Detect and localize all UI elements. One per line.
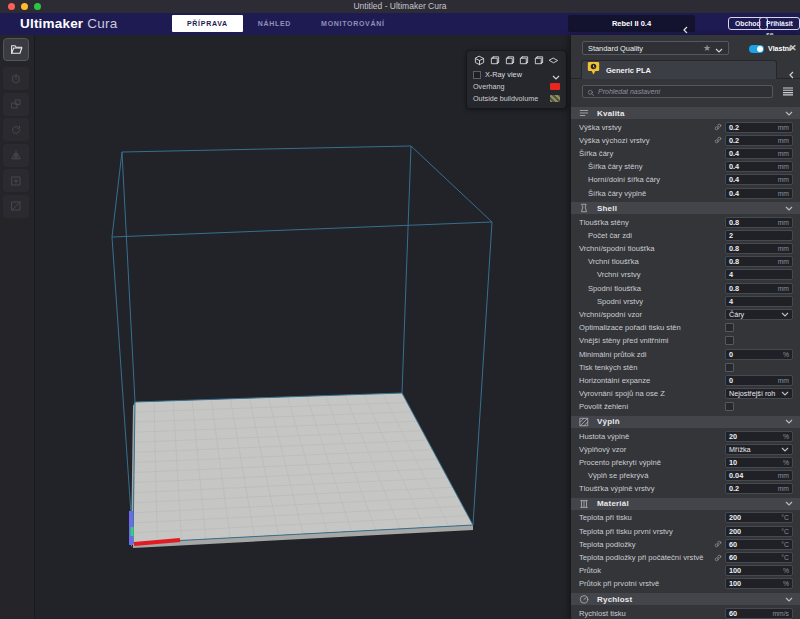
setting-input[interactable]: 0.8mm <box>725 283 793 294</box>
setting-input[interactable]: 200°C <box>725 512 793 523</box>
section-header-materi-l[interactable]: Materiál <box>571 498 800 510</box>
setting-input[interactable]: 20% <box>725 431 793 442</box>
setting-input[interactable]: 2 <box>725 230 793 241</box>
setting-value: 60 <box>729 540 781 549</box>
chevron-down-icon <box>781 391 789 396</box>
setting-input[interactable]: 0.04mm <box>725 470 793 481</box>
section-title: Materiál <box>597 499 785 508</box>
top-view-icon[interactable] <box>504 55 515 66</box>
rotate-button[interactable] <box>3 118 29 141</box>
setting-input[interactable]: 0.8mm <box>725 256 793 267</box>
setting-checkbox[interactable] <box>725 363 734 372</box>
move-button[interactable] <box>3 67 29 90</box>
setting-row: Teplota podložky60°C <box>571 538 800 551</box>
section-header-kvalita[interactable]: Kvalita <box>571 107 800 119</box>
setting-input[interactable]: 0% <box>725 349 793 360</box>
tab-monitorov-n[interactable]: MONITOROVÁNÍ <box>306 15 400 32</box>
setting-input[interactable]: 0.4mm <box>725 188 793 199</box>
left-view-icon[interactable] <box>518 55 529 66</box>
close-panel-icon[interactable]: ✕ <box>789 42 797 55</box>
setting-input[interactable]: 0.2mm <box>725 122 793 133</box>
setting-value: 0.8 <box>729 257 778 266</box>
setting-checkbox[interactable] <box>725 402 734 411</box>
viewport-3d[interactable] <box>35 35 570 619</box>
chevron-left-icon[interactable] <box>789 65 794 83</box>
setting-input[interactable]: 4 <box>725 296 793 307</box>
setting-input[interactable]: 60°C <box>725 552 793 563</box>
view-options-panel: X-Ray view OverhangOutside buildvolume <box>466 50 567 109</box>
setting-unit: mm <box>778 219 789 226</box>
right-view-icon[interactable] <box>533 55 544 66</box>
cura-window: { "window": { "title": "Untitled - Ultim… <box>0 0 800 619</box>
search-input[interactable] <box>598 88 768 95</box>
custom-mode-label: Vlastní <box>768 43 791 54</box>
sign-in-button[interactable]: Přihlásit se <box>759 17 800 30</box>
tab-p-prava[interactable]: PŘÍPRAVA <box>172 15 243 32</box>
section-header-rychlost[interactable]: Rychlost <box>571 593 800 605</box>
setting-label: Minimální průtok zdi <box>571 350 709 359</box>
setting-dropdown[interactable]: Mřížka <box>725 444 793 455</box>
setting-input[interactable]: 200°C <box>725 526 793 537</box>
custom-mode-toggle[interactable] <box>749 45 764 53</box>
setting-value: 60 <box>729 553 781 562</box>
setting-label: Vnější stěny před vnitřními <box>571 336 709 345</box>
setting-row: Výplň se překrývá0.04mm <box>571 469 800 482</box>
legend-label: Overhang <box>473 82 550 91</box>
setting-checkbox[interactable] <box>725 336 734 345</box>
setting-input[interactable]: 0.2mm <box>725 135 793 146</box>
setting-dropdown[interactable]: Nejostřejší roh <box>725 388 793 399</box>
mirror-button[interactable] <box>3 144 29 167</box>
setting-input[interactable]: 100% <box>725 578 793 589</box>
setting-input[interactable]: 0.2mm <box>725 483 793 494</box>
setting-input[interactable]: 0.4mm <box>725 174 793 185</box>
setting-value: 0.4 <box>729 162 778 171</box>
section-header-v-pl[interactable]: Výplň <box>571 416 800 428</box>
bottom-view-icon[interactable] <box>548 55 559 66</box>
quality-profile-dropdown[interactable]: Standard Quality ★ <box>582 41 729 55</box>
setting-unit: mm <box>778 150 789 157</box>
setting-input[interactable]: 0.8mm <box>725 217 793 228</box>
3d-view-icon[interactable] <box>474 55 485 66</box>
per-model-settings-button[interactable] <box>3 169 29 192</box>
extruder-tab[interactable]: Generic PLA <box>581 60 777 79</box>
setting-input[interactable]: 4 <box>725 269 793 280</box>
setting-value: 0 <box>729 376 778 385</box>
setting-input[interactable]: 60mm/s <box>725 608 793 619</box>
setting-input[interactable]: 0mm <box>725 375 793 386</box>
section-header-shell[interactable]: Shell <box>571 202 800 214</box>
tab-n-hled[interactable]: NÁHLED <box>243 15 306 32</box>
setting-label: Šířka čáry výplně <box>571 189 709 198</box>
setting-unit: mm <box>778 163 789 170</box>
setting-label: Vrchní tloušťka <box>571 257 709 266</box>
printer-name: Rebel II 0.4 <box>568 15 695 32</box>
setting-input[interactable]: 0.4mm <box>725 161 793 172</box>
front-view-icon[interactable] <box>489 55 500 66</box>
setting-input[interactable]: 0.8mm <box>725 243 793 254</box>
setting-value: 0.4 <box>729 189 778 198</box>
setting-row: Vrchní vrstvy4 <box>571 268 800 281</box>
setting-input[interactable]: 100% <box>725 565 793 576</box>
setting-dropdown[interactable]: Čáry <box>725 309 793 320</box>
printer-selector[interactable]: Rebel II 0.4 <box>568 15 695 32</box>
dropdown-value: Nejostřejší roh <box>729 389 781 398</box>
setting-value: 0.2 <box>729 136 778 145</box>
scale-button[interactable] <box>3 93 29 116</box>
setting-row: Výška vrstvy0.2mm <box>571 121 800 134</box>
open-file-button[interactable] <box>3 38 29 61</box>
setting-checkbox[interactable] <box>725 323 734 332</box>
settings-list: KvalitaVýška vrstvy0.2mmVýška výchozí vr… <box>571 102 800 619</box>
chevron-down-icon <box>781 312 789 317</box>
setting-input[interactable]: 0.4mm <box>725 148 793 159</box>
dropdown-value: Čáry <box>729 310 781 319</box>
setting-unit: mm/s <box>772 610 789 617</box>
setting-unit: % <box>783 580 789 587</box>
settings-menu-icon[interactable] <box>783 87 793 96</box>
setting-input[interactable]: 10% <box>725 457 793 468</box>
quality-profile-label: Standard Quality <box>588 44 699 53</box>
setting-input[interactable]: 60°C <box>725 539 793 550</box>
material-icon <box>579 499 597 509</box>
support-blocker-button[interactable] <box>3 195 29 218</box>
render-scheme-dropdown[interactable]: X-Ray view <box>473 68 560 81</box>
settings-search-box[interactable] <box>582 85 773 98</box>
setting-unit: mm <box>778 258 789 265</box>
